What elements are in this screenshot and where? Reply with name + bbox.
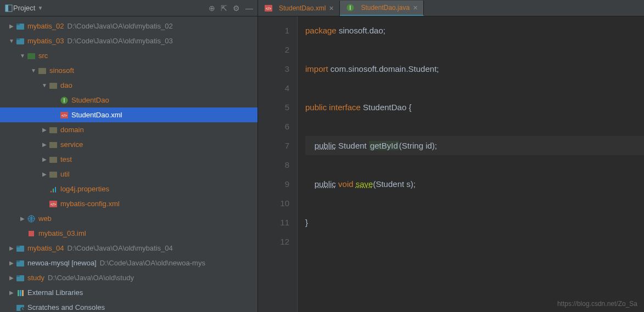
minimize-icon[interactable]: — [245,4,253,13]
tree-node[interactable]: ▶mybatis_02D:\Code\Java\OA\old\mybatis_0… [0,19,257,33]
expand-arrow-icon[interactable]: ▼ [30,67,37,73]
tree-node[interactable]: </>mybatis-config.xml [0,196,257,211]
mod-icon [15,273,25,283]
tree-node[interactable]: ▶service [0,137,257,152]
expand-arrow-icon[interactable]: ▶ [8,275,15,281]
expand-arrow-icon[interactable]: ▶ [8,245,15,251]
svg-rect-7 [38,68,46,74]
tree-path: D:\Code\Java\OA\old\mybatis_02 [67,22,172,30]
code-line[interactable]: import com.sinosoft.domain.Student; [305,59,644,78]
tab-label: StudentDao.java [361,4,410,12]
tree-node[interactable]: ▼src [0,48,257,63]
code-line[interactable]: public void save(Student s); [305,174,644,194]
project-toolbar: Project ▼ ⊕ ⇱ ⚙ — [0,0,257,16]
tree-node[interactable]: ▶External Libraries [0,285,257,300]
svg-text:I: I [350,5,351,11]
expand-arrow-icon[interactable]: ▶ [41,141,48,148]
pkg-icon [48,155,58,164]
expand-arrow-icon[interactable]: ▼ [8,38,15,44]
dropdown-icon[interactable]: ▼ [37,5,43,11]
svg-rect-16 [49,172,57,178]
code-line[interactable] [305,78,644,98]
code-line[interactable]: } [305,213,644,232]
svg-rect-6 [27,53,35,59]
tree-node[interactable]: mybatis_03.iml [0,226,257,241]
lib-icon [15,288,25,298]
tree-node[interactable]: ▶studyD:\Code\Java\OA\old\study [0,270,257,285]
svg-rect-13 [49,127,57,133]
line-number: 11 [258,213,289,232]
line-number: 3 [258,59,289,78]
tree-label: mybatis_04 [27,244,64,252]
code-line[interactable] [305,232,644,251]
svg-rect-14 [49,142,57,148]
tree-node[interactable]: ▶domain [0,122,257,137]
line-number: 7 [258,136,289,155]
xml-icon: </> [59,110,69,120]
svg-rect-19 [55,187,56,192]
prop-icon [48,184,58,194]
tree-node[interactable]: </>StudentDao.xml [0,107,257,122]
editor-pane: </>StudentDao.xml✕IStudentDao.java✕ 1234… [258,0,644,312]
expand-arrow-icon[interactable]: ▶ [8,23,15,29]
xml-icon: </> [48,199,58,209]
web-icon [26,214,36,224]
tree-node[interactable]: ▶newoa-mysql [newoa]D:\Code\Java\OA\old\… [0,256,257,270]
expand-arrow-icon[interactable]: ▶ [19,215,26,222]
tree-label: External Libraries [27,288,83,297]
close-icon[interactable]: ✕ [329,5,334,12]
locate-icon[interactable]: ⊕ [209,4,215,13]
line-gutter: 123456789101112 [258,16,298,312]
tree-node[interactable]: log4j.properties [0,181,257,196]
expand-arrow-icon[interactable]: ▼ [41,82,48,88]
watermark: https://blog.csdn.net/Zo_Sa [557,300,637,308]
expand-arrow-icon[interactable]: ▶ [41,156,48,162]
gear-icon[interactable]: ⚙ [233,4,240,13]
code-line[interactable]: public interface StudentDao { [305,98,644,117]
mod-icon [15,243,25,253]
line-number: 1 [258,21,289,40]
editor-tabs[interactable]: </>StudentDao.xml✕IStudentDao.java✕ [258,0,644,16]
code-line[interactable] [305,40,644,59]
svg-rect-31 [20,290,21,296]
tree-path: D:\Code\Java\OA\old\study [48,274,134,282]
tree-node[interactable]: ▼dao [0,78,257,93]
tree-node[interactable]: IStudentDao [0,93,257,107]
src-icon [26,51,36,61]
expand-arrow-icon[interactable]: ▶ [41,171,48,177]
code-line[interactable] [305,155,644,174]
tree-node[interactable]: ▼sinosoft [0,63,257,78]
expand-arrow-icon[interactable]: ▶ [8,290,15,296]
project-title[interactable]: Project [13,4,35,12]
svg-rect-30 [18,290,19,296]
tree-node[interactable]: Scratches and Consoles [0,300,257,312]
tree-node[interactable]: ▶test [0,152,257,167]
code-line[interactable]: package sinosoft.dao; [305,21,644,40]
tree-label: mybatis_03 [27,37,64,45]
code-line[interactable] [305,117,644,136]
expand-arrow-icon[interactable]: ▼ [19,53,26,59]
tree-node[interactable]: ▶web [0,211,257,226]
code-area[interactable]: 123456789101112 package sinosoft.dao; im… [258,16,644,312]
tree-node[interactable]: ▶util [0,167,257,181]
code-line[interactable]: public Student getById(String id); [305,136,644,155]
collapse-all-icon[interactable]: ⇱ [221,4,227,13]
tree-label: StudentDao.xml [71,111,122,119]
close-icon[interactable]: ✕ [413,4,418,12]
pkg-icon [48,81,58,90]
expand-arrow-icon[interactable]: ▶ [8,260,15,266]
tree-node[interactable]: ▼mybatis_03D:\Code\Java\OA\old\mybatis_0… [0,33,257,48]
editor-tab[interactable]: IStudentDao.java✕ [340,1,424,16]
svg-rect-3 [16,24,20,25]
tree-path: D:\Code\Java\OA\old\mybatis_03 [67,37,172,45]
tree-label: dao [60,81,72,89]
line-number: 9 [258,174,289,194]
expand-arrow-icon[interactable]: ▶ [41,127,48,133]
project-tree[interactable]: ▶mybatis_02D:\Code\Java\OA\old\mybatis_0… [0,16,257,312]
code-content[interactable]: package sinosoft.dao; import com.sinosof… [298,16,644,312]
tree-label: src [38,52,48,60]
tree-node[interactable]: ▶mybatis_04D:\Code\Java\OA\old\mybatis_0… [0,241,257,256]
editor-tab[interactable]: </>StudentDao.xml✕ [258,1,340,16]
tree-label: test [60,155,72,163]
code-line[interactable] [305,194,644,213]
